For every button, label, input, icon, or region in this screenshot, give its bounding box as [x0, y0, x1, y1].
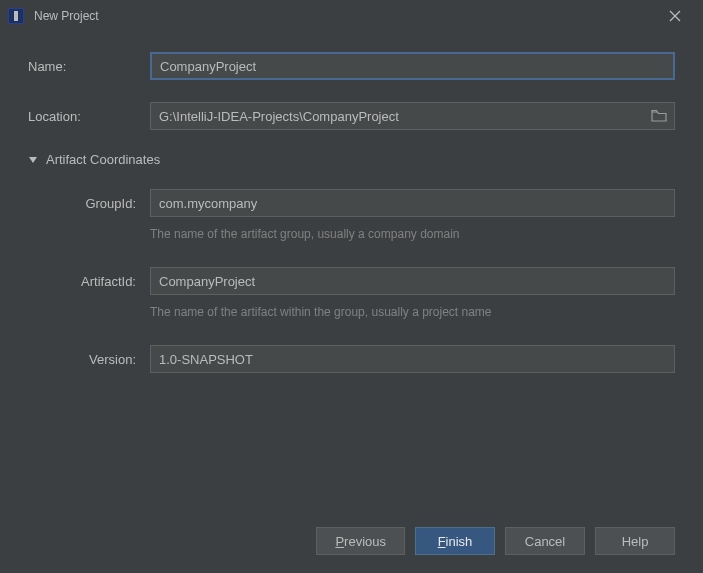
location-row: Location: [28, 102, 675, 130]
groupid-label: GroupId: [48, 196, 150, 211]
previous-button[interactable]: Previous [316, 527, 405, 555]
groupid-input[interactable] [150, 189, 675, 217]
close-button[interactable] [655, 2, 695, 30]
artifactid-hint: The name of the artifact within the grou… [28, 305, 675, 319]
artifactid-input[interactable] [150, 267, 675, 295]
location-input[interactable] [150, 102, 675, 130]
cancel-button[interactable]: Cancel [505, 527, 585, 555]
button-bar: Previous Finish Cancel Help [316, 527, 675, 555]
dialog-title: New Project [34, 9, 99, 23]
name-label: Name: [28, 59, 150, 74]
chevron-down-icon [28, 155, 38, 165]
titlebar: New Project [0, 0, 703, 32]
close-icon [669, 10, 681, 22]
name-row: Name: [28, 52, 675, 80]
version-input[interactable] [150, 345, 675, 373]
groupid-hint: The name of the artifact group, usually … [28, 227, 675, 241]
location-label: Location: [28, 109, 150, 124]
finish-button[interactable]: Finish [415, 527, 495, 555]
version-row: Version: [28, 345, 675, 373]
name-input[interactable] [150, 52, 675, 80]
help-button[interactable]: Help [595, 527, 675, 555]
dialog-content: Name: Location: Artifact Coordinates Gro… [0, 32, 703, 373]
artifact-coordinates-header[interactable]: Artifact Coordinates [28, 152, 675, 167]
artifactid-label: ArtifactId: [48, 274, 150, 289]
artifactid-row: ArtifactId: [28, 267, 675, 295]
groupid-row: GroupId: [28, 189, 675, 217]
app-icon [8, 8, 24, 24]
version-label: Version: [48, 352, 150, 367]
artifact-section-title: Artifact Coordinates [46, 152, 160, 167]
